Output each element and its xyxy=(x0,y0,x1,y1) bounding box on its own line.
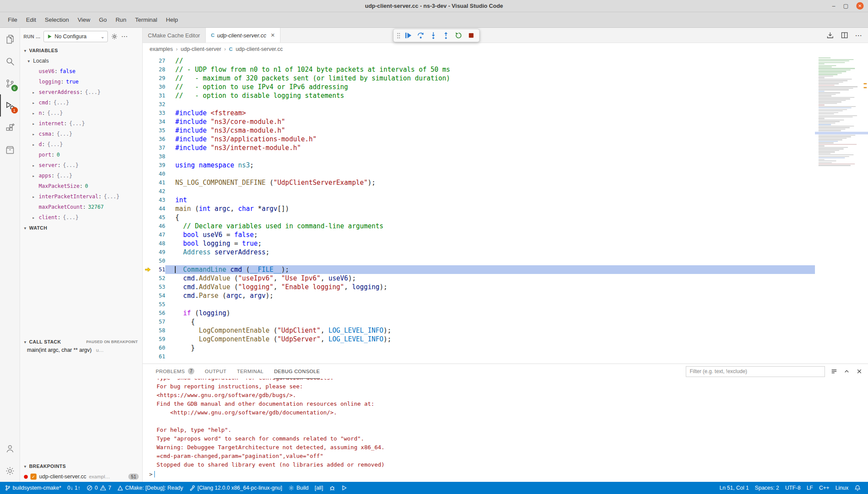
tab-terminal[interactable]: TERMINAL xyxy=(237,364,264,379)
breadcrumb-examples[interactable]: examples xyxy=(150,46,173,52)
code-line-27[interactable]: 27// xyxy=(143,57,868,65)
glyph-margin[interactable] xyxy=(143,257,154,265)
status-problems[interactable]: 0 7 xyxy=(83,482,114,494)
line-number[interactable]: 42 xyxy=(154,187,165,196)
variable-internet[interactable]: ▸internet:{...} xyxy=(20,118,142,129)
line-number[interactable]: 40 xyxy=(154,170,165,178)
breakpoint-item[interactable]: ✓ udp-client-server.cc exampl… 51 xyxy=(20,471,142,482)
glyph-margin[interactable] xyxy=(143,204,154,213)
line-number[interactable]: 53 xyxy=(154,283,165,291)
code-line-31[interactable]: 31// - option to disable logging stateme… xyxy=(143,91,868,100)
restart-icon[interactable] xyxy=(452,30,464,41)
maximize-panel-icon[interactable] xyxy=(843,368,850,375)
glyph-margin[interactable] xyxy=(143,326,154,335)
status-build-target[interactable]: [all] xyxy=(311,482,326,494)
status-sync[interactable]: 0↓ 1↑ xyxy=(64,482,83,494)
glyph-margin[interactable] xyxy=(143,248,154,257)
code-line-47[interactable]: 47 bool useV6 = false; xyxy=(143,230,868,239)
code-line-60[interactable]: 60 } xyxy=(143,344,868,352)
code-line-36[interactable]: 36#include "ns3/applications-module.h" xyxy=(143,135,868,144)
restore-icon[interactable]: ▢ xyxy=(843,3,848,9)
step-over-icon[interactable] xyxy=(414,30,427,41)
breadcrumb-udp-client-server[interactable]: udp-client-server xyxy=(181,46,221,52)
line-number[interactable]: 52 xyxy=(154,274,165,283)
minimap[interactable] xyxy=(815,55,868,364)
line-number[interactable]: 60 xyxy=(154,344,165,352)
code-line-46[interactable]: 46 // Declare variables used in command-… xyxy=(143,222,868,230)
variable-port[interactable]: port:0 xyxy=(20,150,142,160)
variables-section-header[interactable]: ▾ VARIABLES xyxy=(20,45,142,56)
glyph-margin[interactable] xyxy=(143,83,154,91)
line-number[interactable]: 44 xyxy=(154,204,165,213)
glyph-margin[interactable] xyxy=(143,178,154,187)
variable-cmd[interactable]: ▸cmd:{...} xyxy=(20,97,142,108)
line-number[interactable]: 55 xyxy=(154,300,165,309)
glyph-margin[interactable] xyxy=(143,222,154,230)
activity-package[interactable] xyxy=(0,139,20,161)
status-branch[interactable]: buildsystem-cmake* xyxy=(2,482,64,494)
tab-udp-client-server[interactable]: C udp-client-server.cc ✕ xyxy=(206,28,280,43)
callstack-section-header[interactable]: ▾ CALL STACK PAUSED ON BREAKPOINT xyxy=(20,337,142,347)
line-number[interactable]: 35 xyxy=(154,126,165,135)
status-os[interactable]: Linux xyxy=(832,482,851,494)
code-line-43[interactable]: 43int xyxy=(143,196,868,204)
variable-server[interactable]: ▸server:{...} xyxy=(20,160,142,170)
activity-source-control[interactable]: 6 xyxy=(0,72,20,94)
line-number[interactable]: 28 xyxy=(154,65,165,74)
twisty-collapsed-icon[interactable]: ▸ xyxy=(32,90,39,95)
variable-MaxPacketSize[interactable]: MaxPacketSize:0 xyxy=(20,181,142,191)
split-editor-icon[interactable] xyxy=(841,31,848,39)
line-number[interactable]: 29 xyxy=(154,74,165,83)
code-line-53[interactable]: 53 cmd.AddValue ("logging", "Enable logg… xyxy=(143,283,868,291)
menu-item-view[interactable]: View xyxy=(73,14,95,25)
code-line-41[interactable]: 41NS_LOG_COMPONENT_DEFINE ("UdpClientSer… xyxy=(143,178,868,187)
menu-item-file[interactable]: File xyxy=(3,14,22,25)
line-number[interactable]: 46 xyxy=(154,222,165,230)
line-number[interactable]: 57 xyxy=(154,317,165,326)
step-out-icon[interactable] xyxy=(440,30,452,41)
variable-logging[interactable]: logging:true xyxy=(20,77,142,87)
status-cursor-position[interactable]: Ln 51, Col 1 xyxy=(716,482,751,494)
twisty-collapsed-icon[interactable]: ▸ xyxy=(32,100,39,105)
variable-interPacketInterval[interactable]: ▸interPacketInterval:{...} xyxy=(20,191,142,202)
glyph-margin[interactable] xyxy=(143,265,154,274)
line-number[interactable]: 45 xyxy=(154,213,165,222)
line-number[interactable]: 51 xyxy=(154,265,165,274)
status-build-button[interactable]: Build xyxy=(285,482,312,494)
scope-locals[interactable]: ▾ Locals xyxy=(20,56,142,66)
code-line-44[interactable]: 44main (int argc, char *argv[]) xyxy=(143,204,868,213)
glyph-margin[interactable] xyxy=(143,352,154,361)
status-eol[interactable]: LF xyxy=(804,482,816,494)
code-editor[interactable]: 27//28// - UDP flow from n0 to n1 of 102… xyxy=(143,55,868,364)
glyph-margin[interactable] xyxy=(143,335,154,344)
glyph-margin[interactable] xyxy=(143,274,154,283)
code-line-54[interactable]: 54 cmd.Parse (argc, argv); xyxy=(143,291,868,300)
watch-section-header[interactable]: ▾ WATCH xyxy=(20,223,142,233)
menu-item-terminal[interactable]: Terminal xyxy=(130,14,161,25)
glyph-margin[interactable] xyxy=(143,187,154,196)
line-number[interactable]: 49 xyxy=(154,248,165,257)
variable-d[interactable]: ▸d:{...} xyxy=(20,139,142,150)
close-panel-icon[interactable] xyxy=(856,368,863,375)
line-number[interactable]: 43 xyxy=(154,196,165,204)
close-tab-icon[interactable]: ✕ xyxy=(270,32,275,38)
code-line-37[interactable]: 37#include "ns3/internet-module.h" xyxy=(143,144,868,152)
variable-csma[interactable]: ▸csma:{...} xyxy=(20,129,142,139)
download-icon[interactable] xyxy=(826,31,834,39)
stack-frame-main[interactable]: main(int argc, char ** argv) u… xyxy=(20,347,142,357)
twisty-collapsed-icon[interactable]: ▸ xyxy=(32,111,39,116)
start-debug-icon[interactable] xyxy=(47,34,52,39)
twisty-collapsed-icon[interactable]: ▸ xyxy=(32,142,39,147)
tab-debug-console[interactable]: DEBUG CONSOLE xyxy=(274,364,320,379)
breadcrumb-file[interactable]: udp-client-server.cc xyxy=(236,46,283,52)
console-filter-input[interactable] xyxy=(686,366,825,377)
menu-item-go[interactable]: Go xyxy=(95,14,111,25)
line-number[interactable]: 30 xyxy=(154,83,165,91)
code-line-42[interactable]: 42 xyxy=(143,187,868,196)
breakpoints-section-header[interactable]: ▾ BREAKPOINTS xyxy=(20,461,142,471)
variable-maxPacketCount[interactable]: maxPacketCount:32767 xyxy=(20,202,142,212)
glyph-margin[interactable] xyxy=(143,100,154,109)
glyph-margin[interactable] xyxy=(143,144,154,152)
status-debug-button[interactable] xyxy=(326,482,338,494)
code-line-28[interactable]: 28// - UDP flow from n0 to n1 of 1024 by… xyxy=(143,65,868,74)
